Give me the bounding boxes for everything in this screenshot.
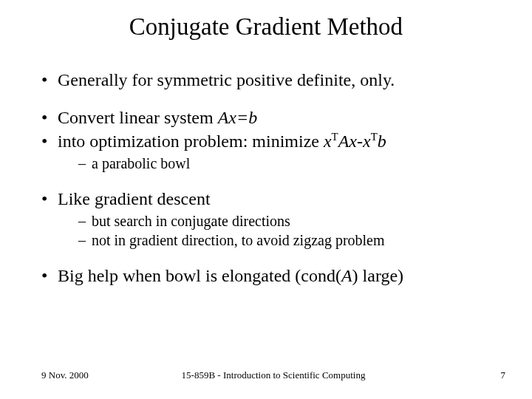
- math-var: Ax-x: [338, 132, 371, 151]
- math-var: b: [378, 132, 386, 151]
- footer-course: 15-859B - Introduction to Scientific Com…: [41, 369, 505, 381]
- math-sup: T: [332, 131, 338, 143]
- bullet-text: into optimization problem: minimize: [58, 132, 324, 151]
- sub-bullet-text: not in gradient direction, to avoid zigz…: [92, 232, 385, 248]
- sub-bullet-list: a parabolic bowl: [58, 154, 510, 173]
- slide-title: Conjugate Gradient Method: [0, 13, 532, 54]
- bullet-text: Big help when bowl is elongated (cond(: [58, 266, 341, 285]
- math-expr: xTAx-xTb: [324, 132, 386, 151]
- bullet-text: Generally for symmetric positive definit…: [58, 70, 395, 89]
- sub-bullet-item: but search in conjugate directions: [78, 212, 510, 231]
- bullet-text: Convert linear system: [58, 108, 218, 127]
- bullet-text: Like gradient descent: [58, 189, 211, 208]
- math-var: x: [324, 132, 332, 151]
- bullet-item: into optimization problem: minimize xTAx…: [41, 130, 510, 173]
- sub-bullet-text: a parabolic bowl: [92, 155, 190, 171]
- bullet-text: ) large): [352, 266, 404, 285]
- bullet-item: Like gradient descent but search in conj…: [41, 188, 510, 250]
- slide: Conjugate Gradient Method Generally for …: [0, 0, 532, 399]
- sub-bullet-text: but search in conjugate directions: [92, 213, 290, 229]
- slide-number: 7: [501, 369, 506, 381]
- bullet-item: Big help when bowl is elongated (cond(A)…: [41, 265, 510, 287]
- math-expr: Ax=b: [218, 108, 258, 127]
- bullet-item: Generally for symmetric positive definit…: [41, 69, 510, 92]
- bullet-list: Generally for symmetric positive definit…: [41, 69, 510, 287]
- sub-bullet-item: a parabolic bowl: [78, 154, 510, 173]
- slide-body: Generally for symmetric positive definit…: [0, 69, 532, 287]
- bullet-item: Convert linear system Ax=b: [41, 106, 510, 129]
- footer-date: 9 Nov. 2000: [41, 369, 89, 381]
- sub-bullet-item: not in gradient direction, to avoid zigz…: [78, 231, 510, 250]
- math-sup: T: [371, 131, 378, 143]
- sub-bullet-list: but search in conjugate directions not i…: [58, 212, 510, 250]
- math-var: A: [341, 266, 352, 285]
- footer: 9 Nov. 2000 15-859B - Introduction to Sc…: [0, 369, 532, 381]
